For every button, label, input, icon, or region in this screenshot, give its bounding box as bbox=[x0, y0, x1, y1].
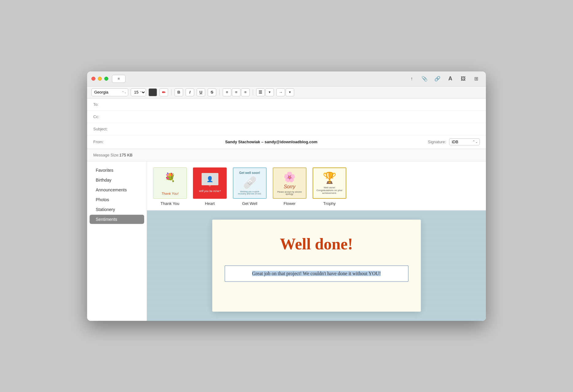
bandage-emoji: 🩹 bbox=[243, 176, 257, 189]
send-icon: ↑ bbox=[410, 76, 413, 82]
signature-label: Signature: bbox=[428, 140, 446, 144]
font-family-select[interactable]: Georgia bbox=[91, 88, 128, 96]
stationery-flower[interactable]: 🌸 Sorry Please accept my sincere apology… bbox=[273, 167, 306, 206]
sidebar-item-photos[interactable]: Photos bbox=[90, 195, 144, 204]
close-button[interactable] bbox=[91, 77, 95, 81]
trophy-emoji: 🏆 bbox=[323, 171, 336, 184]
stationery-trophy[interactable]: 🏆 Well done! Congratulations on your ach… bbox=[313, 167, 346, 206]
traffic-lights bbox=[91, 77, 108, 81]
align-right-button[interactable]: ≡ bbox=[241, 88, 250, 96]
sidebar-item-favorites[interactable]: Favorites bbox=[90, 166, 144, 175]
stationery-thumb-flower: 🌸 Sorry Please accept my sincere apology… bbox=[273, 167, 306, 199]
divider-2 bbox=[219, 89, 220, 95]
strikethrough-button[interactable]: S bbox=[208, 88, 216, 96]
paperclip-icon: 📎 bbox=[421, 76, 428, 82]
sorry-text: Sorry bbox=[284, 184, 295, 190]
align-left-button[interactable]: ≡ bbox=[223, 88, 231, 96]
cc-input[interactable] bbox=[115, 114, 480, 119]
table-icon: ⊞ bbox=[474, 76, 478, 82]
to-label: To: bbox=[93, 102, 115, 107]
message-size-value: 175 KB bbox=[119, 153, 133, 157]
sidebar-item-stationery[interactable]: Stationery bbox=[90, 205, 144, 214]
heart-photo: 👤 bbox=[202, 173, 218, 185]
stationery-get-well[interactable]: Get well soon! 🩹 Wishing you a quick rec… bbox=[233, 167, 267, 206]
table-button[interactable]: ⊞ bbox=[471, 75, 482, 83]
fullscreen-button[interactable] bbox=[104, 77, 108, 81]
list-group: ☰ ▼ bbox=[256, 88, 274, 96]
divider-3 bbox=[253, 89, 253, 95]
stationery-panel: 💐 Thank You! Thank You 👤 ❤ Will you be m… bbox=[147, 161, 486, 321]
italic-button[interactable]: I bbox=[186, 88, 194, 96]
font-button[interactable]: A bbox=[445, 75, 456, 83]
font-family-wrapper: Georgia ⌃⌄ bbox=[91, 88, 128, 96]
send-button[interactable]: ↑ bbox=[406, 75, 417, 83]
font-icon: A bbox=[448, 75, 452, 82]
alignment-group: ≡ ≡ ≡ bbox=[223, 88, 250, 96]
toolbar-right: ↑ 📎 🔗 A 🖼 ⊞ bbox=[406, 75, 482, 83]
indent-button[interactable]: → bbox=[276, 88, 285, 96]
minimize-button[interactable] bbox=[98, 77, 102, 81]
flower-label: Flower bbox=[283, 201, 295, 206]
underline-button[interactable]: U bbox=[197, 88, 205, 96]
indent-options-button[interactable]: ▼ bbox=[286, 88, 294, 96]
card-flower: 🌸 Sorry Please accept my sincere apology… bbox=[273, 167, 306, 199]
sidebar-item-birthday[interactable]: Birthday bbox=[90, 175, 144, 185]
attach-file-button[interactable]: 📎 bbox=[419, 75, 430, 83]
heart-card-text: Will you be mine? bbox=[199, 190, 221, 193]
subject-input[interactable] bbox=[115, 127, 480, 131]
stationery-thank-you[interactable]: 💐 Thank You! Thank You bbox=[153, 167, 187, 206]
photo-button[interactable]: 🖼 bbox=[458, 75, 469, 83]
thank-you-label: Thank You bbox=[160, 201, 179, 206]
message-size-label: Message Size: bbox=[93, 153, 119, 157]
trophy-label: Trophy bbox=[323, 201, 336, 206]
to-input[interactable] bbox=[115, 102, 480, 107]
get-well-title: Get well soon! bbox=[239, 171, 260, 175]
divider-1 bbox=[171, 89, 171, 95]
from-value: Sandy Stachowiak – sandy@idownloadblog.c… bbox=[225, 140, 317, 144]
sidebar-item-announcements[interactable]: Announcements bbox=[90, 185, 144, 194]
email-preview-area: Well done! Great job on that project! We… bbox=[147, 210, 486, 321]
list-options-button[interactable]: ▼ bbox=[265, 88, 274, 96]
font-size-select[interactable]: 15 bbox=[131, 88, 146, 96]
thank-you-card-text: Thank You! bbox=[161, 192, 178, 195]
email-card-body[interactable]: Great job on that project! We couldn't h… bbox=[225, 265, 409, 282]
main-area: Favorites Birthday Announcements Photos … bbox=[87, 161, 486, 321]
stationery-thumb-get-well: Get well soon! 🩹 Wishing you a quick rec… bbox=[233, 167, 267, 199]
list-view-button[interactable]: ≡ bbox=[112, 75, 125, 83]
email-card: Well done! Great job on that project! We… bbox=[212, 220, 421, 312]
stationery-heart[interactable]: 👤 ❤ Will you be mine? Heart bbox=[193, 167, 227, 206]
email-body-text[interactable]: Great job on that project! We couldn't h… bbox=[252, 271, 381, 276]
email-card-title: Well done! bbox=[280, 235, 353, 253]
color-picker-button[interactable]: ✏ bbox=[160, 88, 168, 96]
get-well-text: Wishing you a quick recovery and lots of… bbox=[236, 190, 263, 195]
sidebar-item-sentiments[interactable]: Sentiments bbox=[90, 215, 144, 224]
card-heart: 👤 ❤ Will you be mine? bbox=[193, 167, 227, 199]
formatting-toolbar: Georgia ⌃⌄ 15 ⌃⌄ ✏ B I U S ≡ ≡ ≡ ☰ ▼ → bbox=[87, 86, 486, 98]
text-color-button[interactable] bbox=[148, 88, 157, 96]
photo-icon: 🖼 bbox=[461, 76, 466, 82]
heart-label: Heart bbox=[205, 201, 215, 206]
align-center-button[interactable]: ≡ bbox=[232, 88, 240, 96]
card-trophy: 🏆 Well done! Congratulations on your ach… bbox=[313, 167, 346, 199]
indent-group: → ▼ bbox=[276, 88, 294, 96]
stationery-thumb-heart: 👤 ❤ Will you be mine? bbox=[193, 167, 227, 199]
get-well-label: Get Well bbox=[242, 201, 257, 206]
bold-button[interactable]: B bbox=[175, 88, 183, 96]
list-icon: ≡ bbox=[117, 76, 120, 81]
stationery-thumb-thank-you: 💐 Thank You! bbox=[153, 167, 187, 199]
signature-select[interactable]: iDB bbox=[449, 138, 480, 145]
titlebar: ≡ ↑ 📎 🔗 A 🖼 ⊞ bbox=[87, 71, 486, 86]
to-row: To: bbox=[87, 98, 486, 111]
link-icon: 🔗 bbox=[434, 76, 440, 82]
message-size-row: Message Size: 175 KB bbox=[87, 149, 486, 161]
signature-wrapper: iDB ⌃⌄ bbox=[449, 138, 480, 145]
subject-row: Subject: bbox=[87, 123, 486, 135]
flowers-emoji: 💐 bbox=[165, 172, 175, 183]
list-button[interactable]: ☰ bbox=[256, 88, 265, 96]
cc-label: Cc: bbox=[93, 114, 115, 119]
trophy-card-text: Well done! Congratulations on your achie… bbox=[316, 186, 343, 194]
sidebar: Favorites Birthday Announcements Photos … bbox=[87, 161, 147, 321]
attach-link-button[interactable]: 🔗 bbox=[432, 75, 443, 83]
card-get-well: Get well soon! 🩹 Wishing you a quick rec… bbox=[233, 167, 267, 199]
stationery-grid: 💐 Thank You! Thank You 👤 ❤ Will you be m… bbox=[147, 161, 486, 210]
